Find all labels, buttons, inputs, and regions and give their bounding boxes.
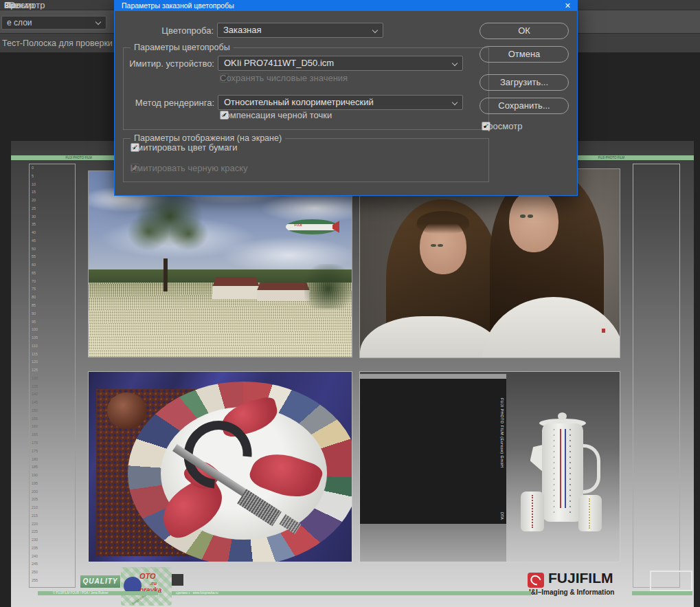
red-petal — [153, 472, 232, 543]
intent-select[interactable]: Относительный колориметрический — [218, 95, 463, 110]
fotopravka-text: .ru — [150, 580, 157, 586]
woman-right-face — [509, 190, 558, 252]
cancel-button[interactable]: Отмена — [479, 46, 569, 63]
scale-label: 185 — [32, 465, 38, 469]
scale-label: 215 — [32, 514, 38, 518]
photo-mosaic-plate — [88, 371, 352, 562]
proof-select-value: Заказная — [223, 23, 262, 37]
scale-label: 210 — [32, 505, 38, 509]
scale-label: 160 — [32, 424, 38, 428]
bottom-strip-middle: сделано с : www.fotopravka.ru — [172, 591, 531, 595]
scale-label: 220 — [32, 522, 38, 526]
simulate-paper-label: Имитировать цвет бумаги — [131, 142, 238, 153]
chevron-down-icon — [372, 27, 378, 33]
scale-label: 200 — [32, 489, 38, 494]
scale-label: 245 — [32, 562, 38, 566]
scale-label: 45 — [32, 239, 36, 243]
device-select-value: OKIi PRO7411WT_D50.icm — [224, 56, 334, 70]
chevron-down-icon — [95, 19, 101, 25]
simulate-ink-label: Имитировать черную краску — [131, 163, 248, 173]
dialog-title-bar[interactable]: Параметры заказной цветопробы ✕ — [115, 1, 577, 11]
scale-label: 105 — [32, 335, 38, 340]
proof-label: Цветопроба: — [128, 25, 214, 36]
micrometer-knob — [279, 514, 300, 533]
scale-label: 90 — [32, 311, 36, 316]
save-button[interactable]: Сохранить... — [479, 98, 569, 114]
far-field — [89, 269, 352, 286]
scale-label: 205 — [32, 497, 38, 501]
close-icon[interactable]: ✕ — [565, 1, 571, 11]
dialog-title: Параметры заказной цветопробы — [122, 1, 234, 11]
document-tab[interactable]: Тест-Полоска для проверки пе — [2, 38, 124, 48]
pot-handle — [582, 444, 600, 494]
blank-patch — [650, 571, 692, 591]
menu-item[interactable]: Просмотр — [4, 0, 45, 10]
mosaic-plate — [128, 382, 352, 562]
scale-label: 120 — [32, 360, 38, 364]
woman-right-shirt — [482, 297, 620, 358]
layers-dropdown[interactable]: е слои — [1, 16, 106, 30]
color-checker: FUJI PHOTO FILM (Europe) GmbH DTA — [359, 374, 506, 524]
lace-doily — [96, 389, 291, 556]
scale-label: 25 — [32, 206, 36, 210]
pot-dots — [554, 429, 555, 516]
ok-button[interactable]: ОК — [479, 23, 569, 39]
scale-label: 0 — [32, 166, 34, 170]
scale-label: 155 — [32, 417, 38, 421]
coffee-pot — [542, 423, 583, 522]
fujifilm-brand: FUJIFILM — [548, 570, 613, 586]
pot-lid — [539, 419, 586, 428]
scale-label: 225 — [32, 529, 38, 533]
scale-label: 145 — [32, 400, 38, 404]
proof-setup-dialog: Параметры заказной цветопробы ✕ Цветопро… — [114, 0, 578, 196]
scale-label: 240 — [32, 554, 38, 558]
scale-label: 250 — [32, 570, 38, 574]
scale-label: 40 — [32, 230, 36, 234]
scale-label: 80 — [32, 295, 36, 299]
photo-landscape: FUJI — [88, 170, 352, 357]
scale-label: 150 — [32, 408, 38, 412]
test-page: FUJI PHOTO FILMFUJI PHOTO FILMFUJI PHOTO… — [11, 141, 694, 607]
bottom-strip-right — [632, 591, 692, 595]
preserve-numbers-label: Сохранять числовые значения — [220, 73, 348, 83]
display-options-group: Параметры отображения (на экране) Имитир… — [123, 138, 489, 182]
scale-label: 55 — [32, 254, 36, 258]
red-logo-mark — [602, 329, 605, 333]
proof-select[interactable]: Заказная — [217, 23, 383, 38]
pot-knob — [558, 412, 567, 420]
layers-dropdown-value: е слои — [7, 16, 32, 29]
checker-side-text2: DTA — [500, 512, 504, 520]
scale-label: 75 — [32, 287, 36, 291]
scale-label: 135 — [32, 384, 38, 388]
checker-side-text: FUJI PHOTO FILM (Europe) GmbH — [500, 398, 504, 468]
woman-left-hair — [386, 199, 500, 358]
scale-label: 10 — [32, 182, 36, 186]
scale-label: 60 — [32, 263, 36, 267]
fujifilm-tagline: I&I–Imaging & Information — [529, 588, 614, 596]
scale-label: 35 — [32, 222, 36, 226]
pot-dots — [569, 429, 571, 516]
chevron-down-icon — [452, 100, 458, 105]
scale-label: 235 — [32, 546, 38, 550]
scale-label: 195 — [32, 481, 38, 485]
scale-label: 15 — [32, 190, 36, 194]
device-select[interactable]: OKIi PRO7411WT_D50.icm — [218, 56, 463, 71]
checker-background — [359, 379, 506, 524]
color-swatch — [172, 574, 183, 586]
micrometer-rod — [172, 444, 279, 517]
fuji-blimp: FUJI — [286, 219, 339, 234]
chevron-down-icon — [452, 60, 458, 66]
bottom-left-text: © FUJIFILM FOUR / POA / Jena Rubner — [53, 591, 109, 595]
load-button[interactable]: Загрузить... — [479, 74, 569, 91]
scale-label: 100 — [32, 327, 38, 331]
scale-label: 255 — [32, 578, 38, 582]
gray-backdrop — [360, 372, 620, 562]
micrometer-thimble — [237, 489, 282, 526]
strip-text: FUJI PHOTO FILM — [598, 156, 624, 159]
shaker-yellow — [578, 495, 602, 531]
micrometer-frame — [170, 407, 264, 502]
photo-portraits — [359, 168, 620, 358]
scale-label: 5 — [32, 174, 34, 178]
scale-label: 125 — [32, 368, 38, 372]
scale-label: 110 — [32, 344, 38, 348]
